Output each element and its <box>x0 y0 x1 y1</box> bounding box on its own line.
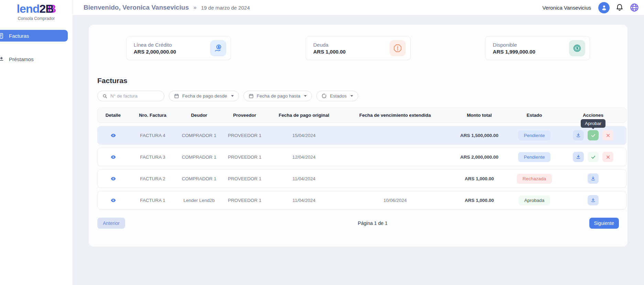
coins-icon <box>569 40 585 56</box>
col-proveedor: Proveedor <box>221 113 268 118</box>
invoice-search[interactable] <box>97 91 164 101</box>
download-button[interactable] <box>573 130 584 140</box>
invoices-section-title: Facturas <box>97 77 627 85</box>
cell-proveedor: PROVEEDOR 1 <box>221 133 268 138</box>
card-title: Deuda <box>313 42 346 48</box>
close-icon <box>606 155 610 159</box>
view-detail-button[interactable] <box>109 196 117 204</box>
download-icon <box>590 176 596 181</box>
col-fecha-pago: Fecha de pago original <box>268 113 340 118</box>
status-badge: Rechazada <box>517 174 552 184</box>
approve-button[interactable] <box>588 152 599 162</box>
page-indicator: Página 1 de 1 <box>358 220 388 226</box>
current-date: 19 de marzo de 2024 <box>201 5 250 11</box>
cell-deudor: COMPRADOR 1 <box>177 176 221 181</box>
view-detail-button[interactable] <box>109 153 117 161</box>
alert-octagon-icon <box>390 40 406 56</box>
language-globe-icon[interactable] <box>630 3 639 12</box>
table-row[interactable]: FACTURA 2 COMPRADOR 1 PROVEEDOR 1 11/04/… <box>97 169 626 188</box>
card-value: ARS 2,000,000.00 <box>134 49 176 55</box>
col-nro-factura: Nro. Factura <box>129 113 177 118</box>
sidebar: lend2BB Consola Comprador Facturas Prést… <box>0 0 73 285</box>
download-icon <box>576 154 581 160</box>
filter-label: Fecha de pago hasta <box>257 93 301 99</box>
credit-line-card: Línea de Crédito ARS 2,000,000.00 <box>126 36 231 60</box>
view-detail-button[interactable] <box>109 132 117 139</box>
card-title: Disponible <box>493 42 535 48</box>
cell-fecha-pago: 11/04/2024 <box>268 198 340 203</box>
user-icon <box>601 4 608 11</box>
calendar-icon <box>174 93 179 99</box>
cell-proveedor: PROVEEDOR 1 <box>221 176 268 181</box>
col-monto-total: Monto total <box>450 113 509 118</box>
eye-icon <box>110 197 116 203</box>
invoice-icon <box>0 33 4 39</box>
status-badge: Aprobada <box>519 195 550 205</box>
calendar-icon <box>249 93 254 99</box>
cell-deudor: COMPRADOR 1 <box>177 133 221 138</box>
status-badge: Pendiente <box>518 152 551 162</box>
download-button[interactable] <box>588 195 599 205</box>
filter-label: Fecha de pago desde <box>182 93 227 99</box>
filter-fecha-pago-desde[interactable]: Fecha de pago desde <box>169 91 239 101</box>
card-value: ARS 1,000.00 <box>313 49 346 55</box>
approve-button[interactable]: Aprobar <box>588 130 599 140</box>
table-row[interactable]: FACTURA 3 COMPRADOR 1 PROVEEDOR 1 12/04/… <box>97 148 626 166</box>
next-page-button[interactable]: Siguiente <box>589 218 619 229</box>
eye-icon <box>110 133 116 138</box>
check-icon <box>591 155 596 160</box>
card-title: Línea de Crédito <box>134 42 176 48</box>
cell-factura: FACTURA 2 <box>129 176 177 181</box>
filter-label: Estados <box>330 93 347 99</box>
user-name: Veronica Vansevicius <box>543 5 591 11</box>
previous-page-button[interactable]: Anterior <box>97 218 125 229</box>
notifications-bell-icon[interactable] <box>615 3 624 12</box>
chevron-down-icon <box>231 95 234 97</box>
chevron-down-icon <box>350 95 353 97</box>
status-badge: Pendiente <box>518 130 551 140</box>
invoices-table: Detalle Nro. Factura Deudor Proveedor Fe… <box>97 107 626 209</box>
cell-fecha-pago: 12/04/2024 <box>268 155 340 160</box>
table-row[interactable]: FACTURA 4 COMPRADOR 1 PROVEEDOR 1 15/04/… <box>97 126 626 145</box>
reject-button[interactable] <box>602 130 613 140</box>
filter-fecha-pago-hasta[interactable]: Fecha de pago hasta <box>243 91 312 101</box>
eye-icon <box>110 176 116 182</box>
search-input[interactable] <box>110 93 159 99</box>
filters-bar: Fecha de pago desde Fecha de pago hasta … <box>97 91 627 101</box>
transfer-icon <box>0 56 4 62</box>
summary-cards: Línea de Crédito ARS 2,000,000.00 Deuda … <box>89 25 627 60</box>
download-icon <box>576 133 581 138</box>
logo-part-2b: 2B <box>39 2 53 15</box>
cell-deudor: Lender Lend2b <box>177 198 221 203</box>
cell-fecha-pago: 15/04/2024 <box>268 133 340 138</box>
breadcrumb-separator: » <box>193 4 196 11</box>
table-row[interactable]: FACTURA 1 Lender Lend2b PROVEEDOR 1 11/0… <box>97 191 626 209</box>
pagination: Anterior Página 1 de 1 Siguiente <box>97 218 619 229</box>
card-value: ARS 1,999,000.00 <box>493 49 535 55</box>
search-icon <box>102 94 107 99</box>
filter-estados[interactable]: Estados <box>316 91 358 101</box>
col-estado: Estado <box>509 113 560 118</box>
view-detail-button[interactable] <box>109 175 117 183</box>
col-detalle: Detalle <box>98 113 129 118</box>
main-content-panel: Línea de Crédito ARS 2,000,000.00 Deuda … <box>89 25 627 247</box>
cell-fecha-vencimiento: 10/06/2024 <box>340 198 450 203</box>
download-icon <box>590 197 596 203</box>
reject-button[interactable] <box>602 152 613 162</box>
chevron-down-icon <box>304 95 307 97</box>
sidebar-item-prestamos[interactable]: Préstamos <box>0 53 68 65</box>
download-button[interactable] <box>573 152 584 162</box>
sidebar-item-label: Préstamos <box>9 56 34 62</box>
brand-logo: lend2BB Consola Comprador <box>0 0 73 21</box>
sidebar-nav: Facturas Préstamos <box>0 30 73 65</box>
available-card: Disponible ARS 1,999,000.00 <box>485 36 590 60</box>
tooltip-aprobar: Aprobar <box>581 119 605 128</box>
sidebar-item-facturas[interactable]: Facturas <box>0 30 68 42</box>
cell-factura: FACTURA 4 <box>129 133 177 138</box>
brand-subtitle: Consola Comprador <box>0 16 73 21</box>
hand-coin-icon <box>210 40 226 56</box>
download-button[interactable] <box>588 173 599 184</box>
col-fecha-vencimiento: Fecha de vencimiento extendida <box>340 113 450 118</box>
status-circle-icon <box>321 93 327 99</box>
avatar[interactable] <box>598 2 610 13</box>
